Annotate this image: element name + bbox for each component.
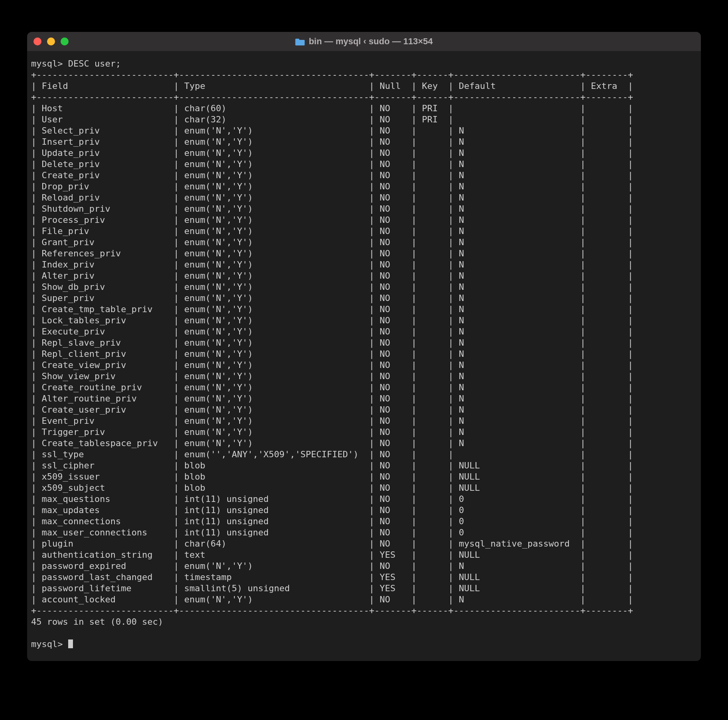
titlebar: bin — mysql ‹ sudo — 113×54 [27,32,701,51]
terminal-output[interactable]: mysql> DESC user; +---------------------… [27,51,701,661]
maximize-icon[interactable] [61,37,69,45]
close-icon[interactable] [33,37,41,45]
folder-icon [295,37,305,45]
minimize-icon[interactable] [47,37,55,45]
traffic-lights [33,37,69,45]
cursor [68,639,73,648]
terminal-window: bin — mysql ‹ sudo — 113×54 mysql> DESC … [27,32,701,661]
window-title-text: bin — mysql ‹ sudo — 113×54 [309,36,433,47]
window-title: bin — mysql ‹ sudo — 113×54 [295,36,433,47]
